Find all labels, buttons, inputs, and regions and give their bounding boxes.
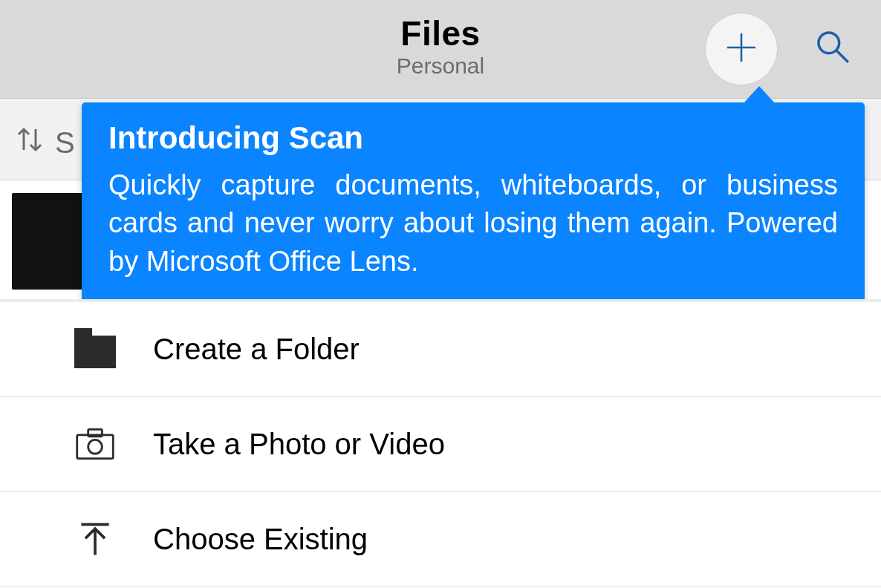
svg-line-3	[836, 50, 848, 62]
tooltip-body: Quickly capture documents, whiteboards, …	[108, 166, 838, 281]
menu-item-label: Choose Existing	[153, 523, 368, 556]
menu-item-create-folder[interactable]: Create a Folder	[0, 302, 881, 397]
svg-rect-6	[77, 434, 114, 458]
plus-icon	[722, 28, 761, 70]
menu-item-take-photo-video[interactable]: Take a Photo or Video	[0, 397, 881, 492]
intro-scan-tooltip[interactable]: Introducing Scan Quickly capture documen…	[82, 102, 865, 307]
search-button[interactable]	[807, 22, 859, 74]
add-button[interactable]	[706, 13, 777, 85]
svg-point-7	[88, 440, 103, 454]
tooltip-arrow-icon	[743, 86, 776, 104]
search-icon	[813, 27, 852, 69]
folder-icon	[71, 326, 119, 373]
menu-item-label: Create a Folder	[153, 333, 360, 366]
menu-item-choose-existing[interactable]: Choose Existing	[0, 492, 881, 587]
sort-control[interactable]: S	[15, 125, 75, 161]
action-sheet: Create a Folder Take a Photo or Video	[0, 299, 881, 588]
svg-point-2	[819, 33, 839, 53]
upload-arrow-icon	[71, 516, 119, 564]
sort-icon	[15, 125, 45, 161]
sort-label-fragment: S	[55, 126, 75, 160]
menu-item-label: Take a Photo or Video	[153, 428, 445, 461]
header-bar: Files Personal	[0, 0, 881, 99]
tooltip-title: Introducing Scan	[108, 120, 838, 156]
camera-icon	[71, 421, 119, 468]
